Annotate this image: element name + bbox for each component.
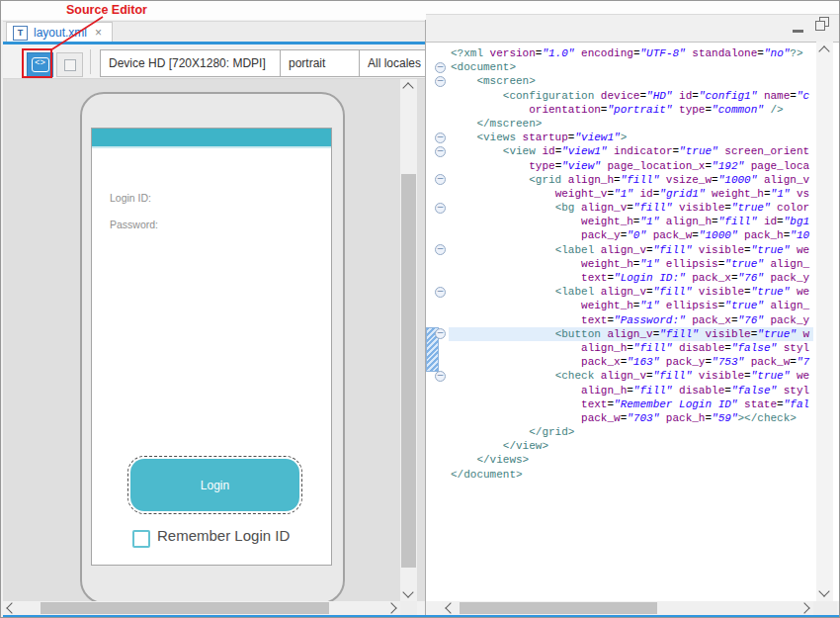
code-line[interactable]: text="Password:" pack_x="76" pack_y xyxy=(449,313,813,327)
gutter-row: − xyxy=(426,173,449,187)
phone-screen: Login ID: Password: Login Remember Login… xyxy=(91,128,332,566)
orientation-dropdown-value: portrait xyxy=(289,56,353,70)
canvas-horizontal-scrollbar[interactable] xyxy=(3,601,400,615)
code-line[interactable]: type="view" page_location_x="192" page_l… xyxy=(449,159,813,173)
editor-vertical-scrollbar[interactable] xyxy=(816,42,833,601)
vertical-scroll-thumb[interactable] xyxy=(401,174,416,568)
gutter-row xyxy=(426,313,449,327)
code-line[interactable]: pack_w="703" pack_h="59"></check> xyxy=(449,411,813,425)
gutter-row xyxy=(426,46,449,60)
horizontal-scroll-thumb[interactable] xyxy=(41,602,329,614)
code-line[interactable]: <label align_v="fill" visible="true" we xyxy=(449,243,813,257)
gutter-row xyxy=(426,453,449,467)
code-line[interactable]: </mscreen> xyxy=(449,117,813,131)
fold-collapse-icon[interactable]: − xyxy=(435,62,446,73)
scroll-left-icon[interactable] xyxy=(444,601,458,615)
tab-bar: T layout.xml × xyxy=(3,21,425,42)
scroll-down-icon[interactable] xyxy=(401,585,415,599)
login-id-label[interactable]: Login ID: xyxy=(110,192,151,204)
gutter-row: − xyxy=(426,60,449,74)
code-line[interactable]: pack_x="163" pack_y="753" pack_w="7 xyxy=(449,355,813,369)
gutter-row xyxy=(426,271,449,285)
scroll-up-icon[interactable] xyxy=(817,44,831,58)
code-line[interactable]: <view id="view1" indicator="true" screen… xyxy=(449,144,813,158)
gutter-row xyxy=(426,299,449,312)
fold-collapse-icon[interactable]: − xyxy=(435,146,446,157)
code-line[interactable]: <label align_v="fill" visible="true" we xyxy=(449,285,813,299)
horizontal-scroll-thumb[interactable] xyxy=(460,602,657,614)
gutter-row xyxy=(426,159,449,173)
layout-editor-toolbar: <> Device HD [720X1280: MDPI] portrait A… xyxy=(3,44,425,79)
tab-layout-xml[interactable]: T layout.xml × xyxy=(6,22,113,43)
gutter-row xyxy=(426,215,449,228)
scroll-left-icon[interactable] xyxy=(5,601,19,615)
code-line[interactable]: </views> xyxy=(449,453,813,467)
xml-source-editor[interactable]: −−−−−−−−−− <?xml version="1.0" encoding=… xyxy=(426,42,839,601)
gutter-row xyxy=(426,397,449,411)
code-area[interactable]: <?xml version="1.0" encoding="UTF-8" sta… xyxy=(449,46,813,482)
remember-checkbox-label[interactable]: Remember Login ID xyxy=(157,527,290,544)
scroll-up-icon[interactable] xyxy=(401,81,415,95)
code-line[interactable]: <views startup="view1"> xyxy=(449,131,813,144)
code-line[interactable]: align_h="fill" disable="false" styl xyxy=(449,384,813,397)
code-line[interactable]: <configuration device="HD" id="config1" … xyxy=(449,89,813,103)
code-line[interactable]: <mscreen> xyxy=(449,74,813,88)
fold-collapse-icon[interactable]: − xyxy=(435,203,446,214)
ide-window: T layout.xml × <> Device HD [720X1280: M… xyxy=(0,0,840,618)
canvas-vertical-scrollbar[interactable] xyxy=(400,79,417,601)
fold-collapse-icon[interactable]: − xyxy=(435,76,446,87)
code-line[interactable]: pack_y="0" pack_w="1000" pack_h="10 xyxy=(449,228,813,242)
login-button-selected[interactable]: Login xyxy=(130,459,299,511)
fold-collapse-icon[interactable]: − xyxy=(435,174,446,185)
code-line[interactable]: weight_h="1" align_h="fill" id="bg1 xyxy=(449,215,813,228)
phone-status-bar[interactable] xyxy=(92,129,331,148)
scroll-right-icon[interactable] xyxy=(798,601,811,615)
xml-file-icon: T xyxy=(13,26,28,41)
fold-collapse-icon[interactable]: − xyxy=(435,371,446,382)
gutter-row xyxy=(426,103,449,117)
design-square-icon xyxy=(64,59,76,71)
remember-checkbox[interactable] xyxy=(132,530,150,548)
gutter-row xyxy=(426,425,449,439)
gutter-row xyxy=(426,355,449,369)
design-editor-button[interactable] xyxy=(56,52,83,77)
device-dropdown[interactable]: Device HD [720X1280: MDPI] xyxy=(100,49,298,77)
device-dropdown-value: Device HD [720X1280: MDPI] xyxy=(109,56,274,70)
code-line-highlighted[interactable]: <button align_v="fill" visible="true" w xyxy=(449,327,813,341)
fold-collapse-icon[interactable]: − xyxy=(435,132,446,143)
scroll-right-icon[interactable] xyxy=(384,601,398,615)
code-line[interactable]: <?xml version="1.0" encoding="UTF-8" sta… xyxy=(449,46,813,60)
code-line[interactable]: orientation="portrait" type="common" /> xyxy=(449,103,813,117)
gutter-row: − xyxy=(426,201,449,215)
code-line[interactable]: text="Remember Login ID" state="fal xyxy=(449,397,813,411)
code-line[interactable]: weight_h="1" ellipsis="true" align_ xyxy=(449,299,813,312)
password-label[interactable]: Password: xyxy=(110,219,158,230)
code-line[interactable]: weight_v="1" id="grid1" weight_h="1" vs xyxy=(449,187,813,201)
code-line[interactable]: <grid align_h="fill" vsize_w="1000" alig… xyxy=(449,173,813,187)
gutter-row xyxy=(426,257,449,271)
code-line[interactable]: </view> xyxy=(449,439,813,453)
tab-close-icon[interactable]: × xyxy=(95,27,102,39)
scroll-down-icon[interactable] xyxy=(817,584,831,598)
fold-collapse-icon[interactable]: − xyxy=(435,244,446,255)
fold-gutter: −−−−−−−−−− xyxy=(426,46,449,482)
gutter-row xyxy=(426,89,449,103)
fold-collapse-icon[interactable]: − xyxy=(435,287,446,298)
editor-horizontal-scrollbar[interactable] xyxy=(442,601,813,615)
code-line[interactable]: </document> xyxy=(449,468,813,482)
code-line[interactable]: </grid> xyxy=(449,425,813,439)
gutter-row xyxy=(426,411,449,425)
maximize-button[interactable] xyxy=(814,17,830,33)
minimize-button[interactable] xyxy=(791,21,804,33)
code-line[interactable]: text="Login ID:" pack_x="76" pack_y xyxy=(449,271,813,285)
code-line[interactable]: align_h="fill" disable="false" styl xyxy=(449,341,813,355)
gutter-row xyxy=(426,187,449,201)
code-line[interactable]: <check align_v="fill" visible="true" we xyxy=(449,369,813,383)
login-button-label: Login xyxy=(201,479,229,492)
code-line[interactable]: <document> xyxy=(449,60,813,74)
annotation-label: Source Editor xyxy=(66,3,147,17)
fold-collapse-icon[interactable]: − xyxy=(435,328,446,339)
code-line[interactable]: <bg align_v="fill" visible="true" color xyxy=(449,201,813,215)
scrollbar-corner xyxy=(400,601,417,615)
code-line[interactable]: weight_h="1" ellipsis="true" align_ xyxy=(449,257,813,271)
